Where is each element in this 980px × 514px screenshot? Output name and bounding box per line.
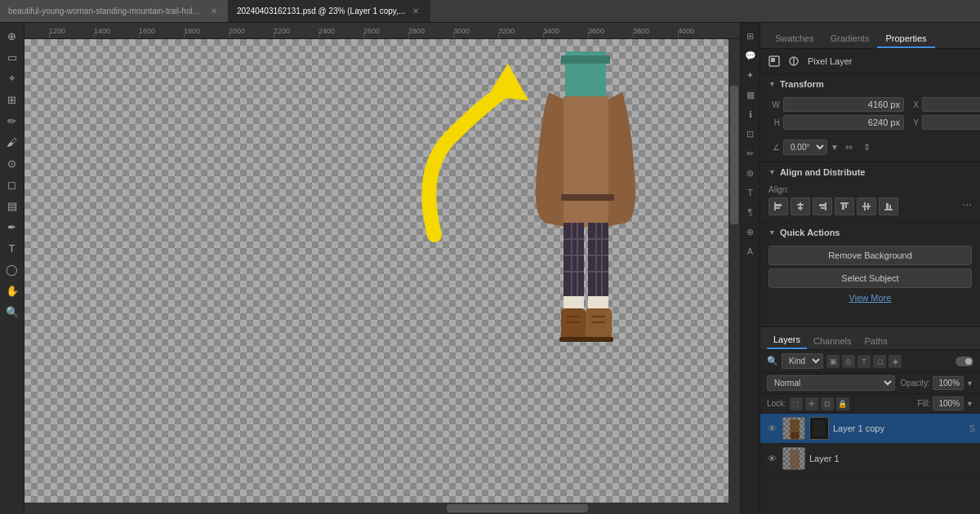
pixel-filter-icon[interactable]: ▣: [826, 355, 840, 368]
smart-filter-icon[interactable]: ◈: [889, 355, 902, 368]
filter-icon: 🔍: [767, 356, 778, 366]
canvas-viewport[interactable]: tutorialking: [24, 39, 740, 514]
quick-actions-header[interactable]: ▼ Quick Actions: [760, 223, 980, 242]
width-field: W: [768, 97, 904, 112]
view-more-link[interactable]: View More: [768, 293, 972, 303]
pen-icon[interactable]: ✏: [742, 145, 759, 162]
tab-properties[interactable]: Properties: [877, 30, 934, 48]
layer-item-0[interactable]: 👁: [760, 414, 980, 444]
lock-position-icon[interactable]: ✛: [805, 397, 818, 410]
transform-chevron: ▼: [768, 80, 776, 88]
tab-1[interactable]: beautiful-young-woman-standing-mountain-…: [0, 0, 229, 22]
type-icon[interactable]: T: [742, 184, 759, 201]
tab-1-close[interactable]: ✕: [208, 6, 220, 16]
align-more-btn[interactable]: ···: [962, 197, 972, 215]
star-icon[interactable]: ✦: [742, 67, 759, 83]
tab-paths[interactable]: Paths: [858, 333, 894, 349]
image-layer-icon[interactable]: [765, 52, 783, 70]
transform-icon[interactable]: ⊡: [742, 126, 759, 142]
move-tool[interactable]: ⊕: [2, 26, 22, 46]
arrange-icon[interactable]: ⊛: [742, 165, 759, 181]
tab-swatches[interactable]: Swatches: [767, 30, 822, 48]
blend-mode-select[interactable]: Normal: [767, 375, 895, 391]
flip-h-icon[interactable]: ⇔: [842, 140, 857, 155]
scrollbar-vertical[interactable]: [728, 39, 740, 503]
scroll-thumb-h[interactable]: [447, 504, 587, 512]
layer-item-1[interactable]: 👁 Layer 1: [760, 444, 980, 474]
pen-tool[interactable]: ✒: [2, 217, 22, 237]
y-field: Y: [907, 115, 980, 130]
adjustment-filter-icon[interactable]: ◎: [842, 355, 855, 368]
brush-tool[interactable]: 🖌: [2, 132, 22, 152]
svg-rect-4: [564, 223, 584, 296]
scrollbar-horizontal[interactable]: [24, 503, 728, 514]
angle-select[interactable]: 0.00°: [783, 140, 827, 155]
svg-marker-26: [488, 64, 528, 100]
info-icon[interactable]: ℹ: [742, 106, 759, 122]
align-bottom-btn[interactable]: [879, 197, 898, 215]
lasso-tool[interactable]: ⌖: [2, 69, 22, 88]
histogram-icon[interactable]: ▦: [742, 86, 759, 103]
height-input[interactable]: [783, 115, 904, 130]
align-right-btn[interactable]: [813, 197, 832, 215]
adjustment-icon[interactable]: [785, 52, 803, 70]
ruler-mark-2400: 2400: [318, 23, 363, 38]
ruler-mark-3000: 3000: [453, 23, 498, 38]
crop-tool[interactable]: ⊞: [2, 90, 22, 109]
layers-icon[interactable]: ⊞: [742, 28, 759, 44]
eyedrop-tool[interactable]: ✏: [2, 111, 22, 131]
tab-2-close[interactable]: ✕: [410, 6, 421, 16]
filter-icons: ▣ ◎ T ◻ ◈: [826, 355, 902, 368]
align-center-v-btn[interactable]: [857, 197, 876, 215]
y-label: Y: [907, 118, 919, 127]
x-input[interactable]: [922, 97, 980, 112]
hand-tool[interactable]: ✋: [2, 281, 22, 300]
select-tool[interactable]: ▭: [2, 47, 22, 67]
align-top-btn[interactable]: [835, 197, 854, 215]
transform-section-header[interactable]: ▼ Transform: [760, 74, 980, 94]
width-input[interactable]: [783, 97, 904, 112]
ruler-mark-1200: 1200: [49, 23, 94, 38]
type-filter-icon[interactable]: T: [858, 355, 871, 368]
layer-visibility-1[interactable]: 👁: [765, 452, 778, 465]
kind-select[interactable]: Kind: [782, 353, 823, 369]
gradient-tool[interactable]: ▤: [2, 196, 22, 215]
svg-rect-43: [864, 202, 866, 210]
comments-icon[interactable]: 💬: [742, 47, 759, 64]
remove-background-btn[interactable]: Remove Background: [768, 246, 972, 265]
lock-artboard-icon[interactable]: ⊡: [821, 397, 834, 410]
y-input[interactable]: [922, 115, 980, 130]
tab-channels[interactable]: Channels: [807, 333, 858, 349]
tab-gradients[interactable]: Gradients: [822, 30, 878, 48]
glyph-icon[interactable]: ⊕: [742, 224, 759, 240]
svg-rect-38: [821, 207, 825, 209]
filter-toggle[interactable]: [956, 357, 973, 366]
paragraph-icon[interactable]: ¶: [742, 204, 759, 220]
opacity-input[interactable]: [933, 376, 964, 390]
fill-input[interactable]: [933, 397, 964, 410]
eraser-tool[interactable]: ◻: [2, 175, 22, 194]
ruler-mark-2600: 2600: [363, 23, 408, 38]
shape-tool[interactable]: ◯: [2, 259, 22, 279]
align-left-btn[interactable]: [768, 197, 788, 215]
align-center-h-btn[interactable]: [791, 197, 810, 215]
select-subject-btn[interactable]: Select Subject: [768, 268, 972, 288]
tab-layers[interactable]: Layers: [767, 331, 807, 349]
tab-1-label: beautiful-young-woman-standing-mountain-…: [8, 7, 203, 16]
align-section-header[interactable]: ▼ Align and Distribute: [760, 162, 980, 182]
flip-v-icon[interactable]: ⇕: [860, 140, 875, 155]
svg-rect-5: [588, 223, 608, 296]
clone-tool[interactable]: ⊙: [2, 153, 22, 173]
zoom-tool[interactable]: 🔍: [2, 302, 22, 321]
tab-2[interactable]: 20240403162131.psd @ 23% (Layer 1 copy,.…: [229, 0, 430, 22]
shape-filter-icon[interactable]: ◻: [873, 355, 886, 368]
lock-pixel-icon[interactable]: ⬚: [790, 397, 803, 410]
character-icon[interactable]: A: [742, 243, 759, 259]
scroll-thumb-v[interactable]: [730, 86, 738, 224]
type-tool[interactable]: T: [2, 238, 22, 258]
layer-visibility-0[interactable]: 👁: [765, 422, 778, 435]
panel-icons-row: Pixel Layer: [760, 49, 980, 74]
lock-all-icon[interactable]: 🔒: [836, 397, 849, 410]
fill-group: Fill: ▼: [918, 397, 973, 410]
transform-angle-row: ∠ 0.00° ▼ ⇔ ⇕: [760, 136, 980, 162]
